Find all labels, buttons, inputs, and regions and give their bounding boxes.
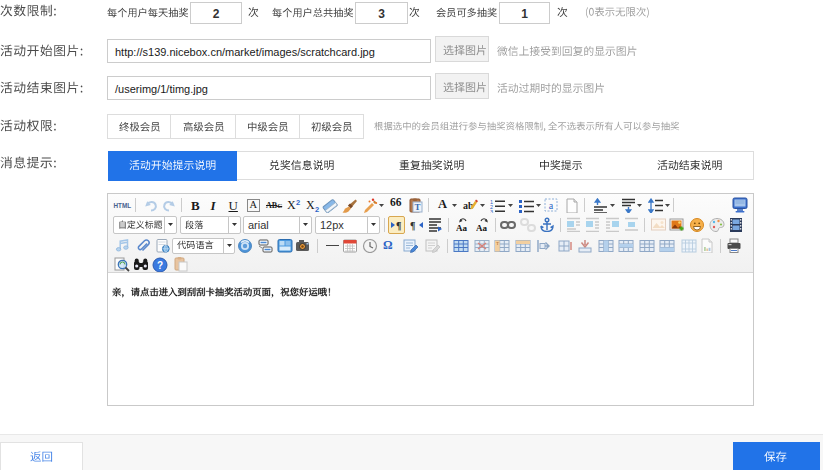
svg-text:a: a (549, 200, 554, 211)
svg-text:¶: ¶ (410, 220, 415, 231)
svg-text:Aa: Aa (476, 223, 487, 232)
svg-text:T: T (414, 202, 420, 212)
svg-text:Aa: Aa (456, 223, 467, 232)
svg-text:¶: ¶ (396, 220, 401, 231)
svg-text:T: T (496, 241, 499, 246)
svg-text:?: ? (157, 259, 163, 270)
svg-text:3: 3 (490, 209, 493, 213)
